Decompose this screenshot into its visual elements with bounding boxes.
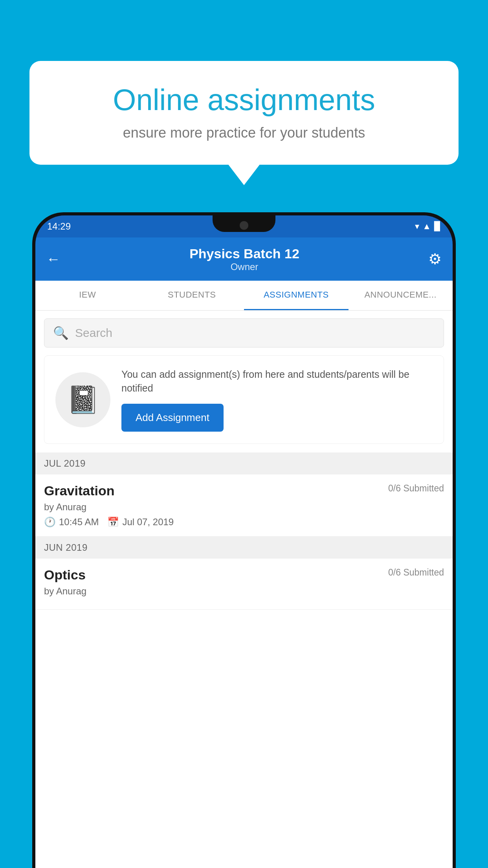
status-time: 14:29 (47, 221, 71, 232)
section-jul-2019: JUL 2019 (35, 452, 453, 474)
submitted-badge-gravitation: 0/6 Submitted (388, 483, 444, 494)
calendar-icon: 📅 (107, 517, 119, 528)
screen-content: 🔍 Search 📓 You can add assignment(s) fro… (35, 311, 453, 868)
bubble-title: Online assignments (55, 83, 433, 117)
tabs-bar: IEW STUDENTS ASSIGNMENTS ANNOUNCEME... (35, 281, 453, 311)
clock-icon: 🕐 (44, 517, 56, 528)
assignment-top-optics: Optics 0/6 Submitted (44, 567, 444, 583)
info-card-right: You can add assignment(s) from here and … (121, 368, 433, 432)
date-value: Jul 07, 2019 (122, 517, 174, 528)
section-jun-2019: JUN 2019 (35, 537, 453, 559)
tab-assignments[interactable]: ASSIGNMENTS (244, 281, 349, 310)
assignment-by-optics: by Anurag (44, 586, 444, 597)
notch (213, 215, 275, 232)
info-card-text: You can add assignment(s) from here and … (121, 368, 433, 395)
header-subtitle: Owner (189, 261, 299, 272)
bubble-subtitle: ensure more practice for your students (55, 125, 433, 141)
assignment-by-gravitation: by Anurag (44, 502, 444, 513)
header-title: Physics Batch 12 (189, 246, 299, 261)
assignment-name-optics: Optics (44, 567, 86, 583)
meta-date: 📅 Jul 07, 2019 (107, 517, 174, 528)
status-icons: ▾ ▲ ▉ (415, 221, 441, 232)
wifi-icon: ▾ (415, 221, 419, 232)
phone-frame: 14:29 ▾ ▲ ▉ ← Physics Batch 12 Owner ⚙ I… (32, 212, 456, 868)
assignment-gravitation[interactable]: Gravitation 0/6 Submitted by Anurag 🕐 10… (35, 474, 453, 537)
tab-announcements[interactable]: ANNOUNCEME... (349, 281, 453, 310)
tab-students[interactable]: STUDENTS (140, 281, 244, 310)
signal-icon: ▲ (422, 221, 431, 232)
phone-inner: 14:29 ▾ ▲ ▉ ← Physics Batch 12 Owner ⚙ I… (35, 215, 453, 868)
tab-iew[interactable]: IEW (35, 281, 140, 310)
add-assignment-button[interactable]: Add Assignment (121, 404, 224, 432)
notebook-icon: 📓 (66, 384, 100, 416)
back-button[interactable]: ← (46, 251, 61, 267)
assignment-optics[interactable]: Optics 0/6 Submitted by Anurag (35, 559, 453, 610)
assignment-top: Gravitation 0/6 Submitted (44, 483, 444, 498)
search-placeholder: Search (75, 326, 112, 340)
assignment-name-gravitation: Gravitation (44, 483, 114, 498)
meta-time: 🕐 10:45 AM (44, 517, 99, 528)
submitted-badge-optics: 0/6 Submitted (388, 567, 444, 578)
camera (240, 221, 248, 230)
app-header: ← Physics Batch 12 Owner ⚙ (35, 237, 453, 281)
assignment-meta-gravitation: 🕐 10:45 AM 📅 Jul 07, 2019 (44, 517, 444, 528)
speech-bubble: Online assignments ensure more practice … (29, 61, 459, 165)
search-bar[interactable]: 🔍 Search (44, 318, 444, 348)
time-value: 10:45 AM (59, 517, 99, 528)
search-icon: 🔍 (53, 326, 69, 340)
speech-bubble-container: Online assignments ensure more practice … (29, 61, 459, 165)
header-center: Physics Batch 12 Owner (189, 246, 299, 272)
info-card: 📓 You can add assignment(s) from here an… (44, 355, 444, 444)
settings-button[interactable]: ⚙ (428, 250, 442, 268)
battery-icon: ▉ (434, 221, 441, 232)
notebook-icon-wrap: 📓 (55, 372, 110, 427)
